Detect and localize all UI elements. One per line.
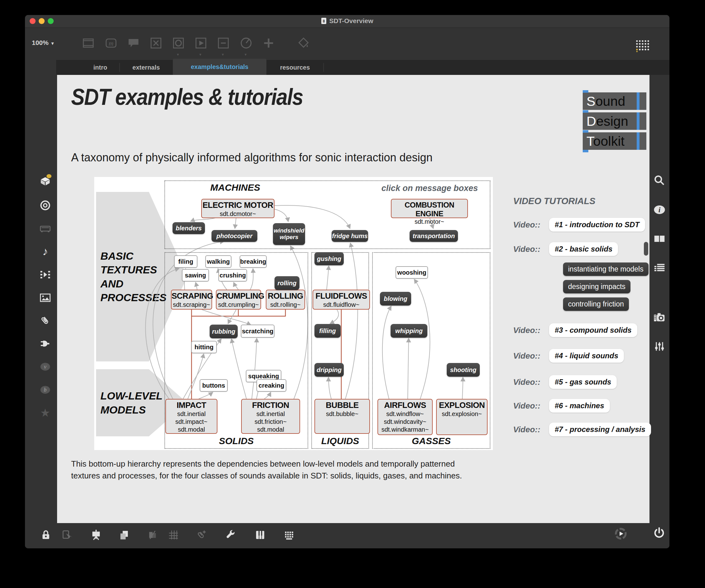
tab-resources[interactable]: resources xyxy=(267,60,324,75)
selection-mode-icon[interactable] xyxy=(60,529,73,541)
power-plug-icon[interactable] xyxy=(39,337,51,350)
new-number-icon[interactable] xyxy=(217,37,230,50)
logo-row-toolkit: Toolkit xyxy=(583,132,646,150)
message-transportation[interactable]: transportation xyxy=(410,230,458,242)
add-object-plus-icon[interactable] xyxy=(262,37,275,50)
zoom-level-dropdown[interactable]: 100% ▼ xyxy=(32,39,55,46)
model-rolling: ROLLINGsdt.rolling~ xyxy=(266,289,305,310)
video-prefix: Video:: xyxy=(513,425,543,435)
packages-icon[interactable] xyxy=(39,175,51,188)
inspector-wrench-icon[interactable] xyxy=(225,529,237,541)
message-walking[interactable]: walking xyxy=(205,255,231,268)
info-icon[interactable]: i xyxy=(653,203,666,216)
video-sub-designing-impacts[interactable]: designing impacts xyxy=(563,280,630,293)
message-fridge-hums[interactable]: fridge hums xyxy=(332,230,368,242)
video-button-6[interactable]: #6 - machines xyxy=(549,399,610,413)
video-prefix: Video:: xyxy=(513,244,543,254)
model-impact: IMPACTsdt.inertial sdt.impact~ sdt.modal xyxy=(165,399,218,434)
video-filmstrip-icon[interactable] xyxy=(39,268,51,281)
layers-icon[interactable] xyxy=(118,529,130,541)
grid-icon[interactable] xyxy=(167,529,180,541)
message-sawing[interactable]: sawing xyxy=(182,269,209,281)
message-rolling[interactable]: rolling xyxy=(275,276,299,290)
message-creaking[interactable]: creaking xyxy=(256,379,286,392)
tab-bar: intro externals examples&tutorials resou… xyxy=(25,60,669,75)
favorites-star-icon[interactable]: ★ xyxy=(39,407,51,419)
new-message-icon[interactable]: m xyxy=(104,37,117,50)
model-combustion-engine: COMBUSTION ENGINEsdt.motor~ xyxy=(391,199,468,218)
message-whipping[interactable]: whipping xyxy=(390,324,427,338)
video-button-3[interactable]: #3 - compound solids xyxy=(549,323,637,337)
video-button-7[interactable]: #7 - processing / analysis xyxy=(549,422,651,436)
video-button-5[interactable]: #5 - gas sounds xyxy=(549,375,617,389)
message-filling[interactable]: filling xyxy=(315,324,341,338)
message-photocopier[interactable]: photocopier xyxy=(211,230,257,242)
svg-text:v: v xyxy=(44,364,47,370)
message-breaking[interactable]: breaking xyxy=(240,255,267,268)
video-sub-controlling-friction[interactable]: controlling friction xyxy=(563,298,629,311)
message-hitting[interactable]: hitting xyxy=(191,341,217,353)
message-shooting[interactable]: shooting xyxy=(447,363,480,377)
video-button-2[interactable]: #2 - basic solids xyxy=(549,242,618,256)
list-view-icon[interactable] xyxy=(653,262,666,274)
mute-flag-icon[interactable] xyxy=(146,529,159,541)
paperclip-icon[interactable] xyxy=(39,314,51,327)
video-button-4[interactable]: #4 - liquid sounds xyxy=(549,349,624,363)
object-palette-grid-icon[interactable] xyxy=(636,40,650,52)
new-button-icon[interactable] xyxy=(172,37,185,50)
tab-intro[interactable]: intro xyxy=(81,60,120,75)
video-sub-instantiating[interactable]: instantiating the models xyxy=(563,263,649,276)
target-icon[interactable] xyxy=(39,199,51,212)
svg-text:8: 8 xyxy=(323,19,325,24)
paint-bucket-icon[interactable] xyxy=(297,37,310,50)
beap-icon[interactable]: b xyxy=(39,383,51,396)
message-buttons[interactable]: buttons xyxy=(200,379,228,392)
music-note-icon[interactable]: ♪ xyxy=(39,245,51,258)
snapshot-camera-icon[interactable] xyxy=(653,311,666,324)
message-gushing[interactable]: gushing xyxy=(315,252,344,265)
tab-examples-tutorials[interactable]: examples&tutorials xyxy=(173,59,267,75)
attach-paperclip-icon[interactable] xyxy=(195,529,207,541)
new-toggle-icon[interactable] xyxy=(149,37,162,50)
sdt-logo: Sound Design Toolkit xyxy=(583,92,646,152)
tab-externals[interactable]: externals xyxy=(120,60,173,75)
new-dial-icon[interactable] xyxy=(240,37,253,50)
model-explosion: EXPLOSIONsdt.explosion~ xyxy=(436,399,487,435)
video-row-3: Video:: #3 - compound solids xyxy=(513,323,637,337)
new-playbar-icon[interactable] xyxy=(194,37,207,50)
model-crumpling: CRUMPLINGsdt.crumpling~ xyxy=(216,289,261,310)
canvas-scrollbar-thumb[interactable] xyxy=(644,242,648,256)
mixer-sliders-icon[interactable] xyxy=(653,340,666,353)
message-rubbing[interactable]: rubbing xyxy=(209,325,238,338)
message-wooshing[interactable]: wooshing xyxy=(395,266,428,279)
page-subtitle: A taxonomy of physically informed algori… xyxy=(71,151,433,164)
video-row-7: Video:: #7 - processing / analysis xyxy=(513,422,651,436)
message-filing[interactable]: filing xyxy=(174,255,197,268)
message-crushing[interactable]: crushing xyxy=(218,269,247,281)
dial-caret-icon: ▾ xyxy=(244,52,247,57)
search-icon[interactable] xyxy=(653,174,666,187)
video-button-1[interactable]: #1 - introduction to SDT xyxy=(549,218,645,232)
amp-hardware-icon[interactable] xyxy=(39,222,51,235)
click-hint: click on message boxes xyxy=(381,183,478,193)
new-object-icon[interactable] xyxy=(82,37,95,50)
video-row-5: Video:: #5 - gas sounds xyxy=(513,375,617,389)
lock-patcher-icon[interactable] xyxy=(40,529,52,541)
run-play-button[interactable] xyxy=(615,528,627,540)
split-view-icon[interactable] xyxy=(653,232,666,245)
message-scratching[interactable]: scratching xyxy=(241,325,275,338)
audio-power-button[interactable] xyxy=(653,527,665,539)
vimeo-icon[interactable]: v xyxy=(39,360,51,373)
image-icon[interactable] xyxy=(39,291,51,304)
new-comment-icon[interactable] xyxy=(127,37,140,50)
presentation-mode-icon[interactable] xyxy=(90,529,102,541)
keyboard-icon[interactable] xyxy=(283,529,296,541)
piano-keyboard-icon[interactable] xyxy=(254,529,267,541)
message-windshield-wipers[interactable]: windshield wipers xyxy=(273,223,305,245)
logo-row-sound: Sound xyxy=(583,92,646,110)
video-row-2: Video:: #2 - basic solids xyxy=(513,242,618,256)
message-blenders[interactable]: blenders xyxy=(173,222,205,234)
model-electric-motor: ELECTRIC MOTORsdt.dcmotor~ xyxy=(201,199,275,218)
message-blowing[interactable]: blowing xyxy=(380,292,411,306)
message-dripping[interactable]: dripping xyxy=(315,363,344,377)
